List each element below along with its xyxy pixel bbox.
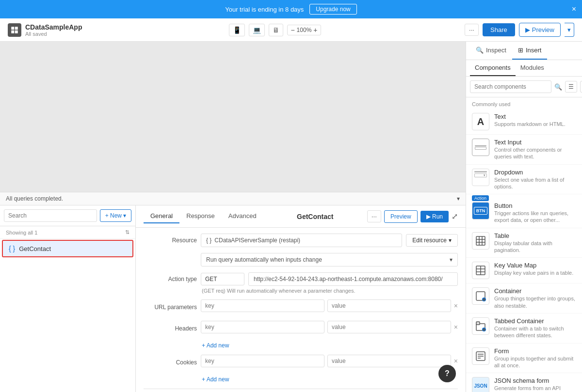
headers-value-input[interactable] (327, 321, 451, 333)
component-search-input[interactable] (470, 80, 551, 93)
form-desc: Group inputs together and submit all at … (494, 355, 576, 369)
svg-rect-0 (11, 27, 14, 30)
zoom-in-button[interactable]: + (313, 26, 317, 34)
app-icon (8, 23, 21, 37)
query-tab-advanced[interactable]: Advanced (222, 209, 263, 223)
query-search-bar: + New ▾ (0, 205, 135, 226)
headers-add-new[interactable]: + Add new (202, 342, 458, 349)
edit-resource-chevron: ▾ (449, 237, 452, 244)
svg-rect-4 (476, 236, 485, 245)
component-item-key-value-map[interactable]: Key Value Map Display key value pairs in… (466, 258, 582, 283)
new-query-button[interactable]: + New ▾ (100, 209, 131, 222)
collapse-icon: ▾ (457, 195, 460, 202)
text-input-name: Text Input (494, 139, 576, 146)
dropdown-icon: ▾ (472, 169, 489, 186)
help-fab[interactable]: ? (438, 365, 456, 382)
query-tab-general[interactable]: General (144, 209, 179, 223)
json-schema-form-name: JSON schema form (494, 377, 576, 384)
key-value-map-desc: Display key value pairs in a table. (494, 269, 576, 276)
url-params-key-input[interactable] (201, 299, 324, 312)
tabbed-container-name: Tabbed Container (494, 317, 576, 325)
cookies-add-new[interactable]: + Add new (202, 376, 458, 383)
action-type-select[interactable]: GET POST PUT DELETE PATCH (201, 273, 244, 285)
query-item[interactable]: { } GetContact (2, 240, 133, 257)
tab-inspect[interactable]: 🔍 Inspect (470, 42, 512, 60)
component-item-form[interactable]: Form Group inputs together and submit al… (466, 344, 582, 374)
text-component-desc: Supports markdown or HTML. (494, 121, 576, 127)
url-input[interactable] (248, 272, 458, 286)
component-item-table[interactable]: Table Display tabular data with paginati… (466, 228, 582, 258)
query-more-button[interactable]: ··· (367, 210, 381, 222)
url-hint: (GET req) Will run automatically wheneve… (202, 288, 458, 294)
key-value-map-name: Key Value Map (494, 262, 576, 269)
header-right: ··· Share ▶ Preview ▾ (465, 23, 574, 37)
button-icon-wrapper: Action BTN (472, 198, 489, 220)
button-info: Button Trigger actions like run queries,… (494, 202, 576, 224)
insert-icon: ⊞ (518, 47, 523, 54)
resource-name: CDataAPIServerSample (restapi) (214, 237, 300, 244)
url-params-label: URL parameters (144, 304, 197, 311)
form-name: Form (494, 347, 576, 355)
url-params-value-input[interactable] (327, 299, 451, 312)
preview-chevron-button[interactable]: ▾ (565, 23, 574, 37)
tab-insert[interactable]: ⊞ Insert (512, 42, 548, 60)
url-params-section: URL parameters × (144, 299, 458, 315)
key-value-map-icon (472, 262, 489, 279)
canvas-viewport[interactable] (0, 42, 466, 192)
preview-button[interactable]: ▶ Preview (519, 23, 561, 37)
tab-components[interactable]: Components (470, 60, 516, 76)
component-item-text-input[interactable]: Text Input Control other components or q… (466, 135, 582, 165)
action-type-label: Action type (144, 276, 197, 282)
headers-delete-button[interactable]: × (454, 323, 458, 331)
cookies-key-input[interactable] (201, 355, 324, 367)
query-item-name: GetContact (19, 245, 51, 252)
mobile-view-button[interactable]: 📱 (229, 24, 245, 36)
component-item-container[interactable]: + Container Group things together into g… (466, 283, 582, 314)
form-info: Form Group inputs together and submit al… (494, 347, 576, 369)
list-view-button[interactable]: ☰ (565, 81, 577, 93)
form-icon (472, 347, 489, 365)
trial-close-button[interactable]: × (572, 5, 576, 13)
button-desc: Trigger actions like run queries, export… (494, 210, 576, 224)
upgrade-button[interactable]: Upgrade now (309, 4, 356, 15)
text-input-info: Text Input Control other components or q… (494, 139, 576, 160)
run-auto-select[interactable]: Run query automatically when inputs chan… (201, 253, 458, 267)
right-panel-tabs: 🔍 Inspect ⊞ Insert (466, 42, 582, 60)
zoom-out-button[interactable]: − (291, 26, 294, 34)
expand-button[interactable]: ⤢ (452, 212, 458, 221)
edit-resource-button[interactable]: Edit resource ▾ (406, 234, 458, 247)
component-item-dropdown[interactable]: ▾ Dropdown Select one value from a list … (466, 165, 582, 195)
cookies-delete-button[interactable]: × (454, 357, 458, 365)
headers-key-input[interactable] (201, 321, 324, 333)
component-item-tabbed-container[interactable]: + Tabbed Container Container with a tab … (466, 314, 582, 344)
svg-rect-3 (15, 30, 18, 33)
preview-query-button[interactable]: Preview (384, 210, 418, 223)
share-button[interactable]: Share (483, 23, 515, 36)
tablet-view-button[interactable]: 💻 (249, 24, 265, 36)
desktop-view-button[interactable]: 🖥 (269, 24, 283, 36)
tab-modules[interactable]: Modules (516, 60, 549, 76)
transformer-section: TRANSFORMER i Enable Enable transformers… (144, 389, 458, 392)
component-item-text[interactable]: A Text Supports markdown or HTML. (466, 109, 582, 135)
query-search-input[interactable] (4, 209, 97, 222)
cookies-value-input[interactable] (327, 355, 451, 367)
component-item-json-schema-form[interactable]: JSON JSON schema form Generate forms fro… (466, 373, 582, 392)
canvas-area: All queries completed. ▾ + New ▾ Showing… (0, 42, 466, 392)
new-query-chevron: ▾ (123, 212, 126, 219)
zoom-controls: − 100% + (287, 25, 321, 35)
run-query-button[interactable]: ▶ Run (420, 211, 449, 222)
header-more-button[interactable]: ··· (465, 24, 479, 36)
action-type-row: Action type GET POST PUT DELETE PATCH (144, 272, 458, 286)
grid-view-button[interactable]: ⊞ (580, 81, 582, 93)
action-badge: Action (472, 195, 489, 201)
json-schema-form-desc: Generate forms from an API schema. Suppo… (494, 385, 576, 392)
url-params-delete-button[interactable]: × (454, 302, 458, 310)
app-name: CDataSampleApp (25, 23, 82, 31)
query-sidebar: + New ▾ Showing all 1 ⇅ { } GetContact (0, 205, 136, 392)
query-tab-response[interactable]: Response (179, 209, 222, 223)
key-value-map-info: Key Value Map Display key value pairs in… (494, 262, 576, 276)
component-search-row: 🔍 ☰ ⊞ (466, 77, 582, 97)
component-item-button[interactable]: Action BTN Button Trigger actions like r… (466, 194, 582, 228)
text-input-icon (472, 139, 489, 156)
header-center: 📱 💻 🖥 − 100% + (85, 24, 465, 36)
